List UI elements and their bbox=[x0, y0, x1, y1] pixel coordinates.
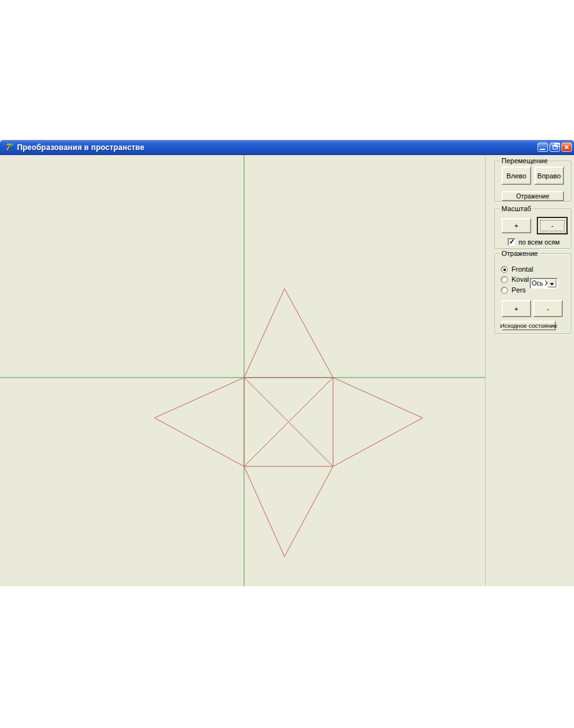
radio-koval-icon[interactable] bbox=[501, 276, 508, 283]
axis-combobox[interactable]: Ось X bbox=[530, 278, 558, 289]
client-area: Перемещение Влево Вправо Отражение Масшт… bbox=[0, 155, 574, 586]
radio-frontal[interactable]: Frontal bbox=[501, 265, 533, 274]
app-icon: 7 bbox=[3, 142, 13, 153]
all-axes-checkbox-row[interactable]: по всем осям bbox=[508, 238, 559, 246]
window-title: Преобразования в пространстве bbox=[17, 143, 144, 152]
radio-koval[interactable]: Koval bbox=[501, 275, 529, 284]
close-icon: ✕ bbox=[562, 143, 571, 151]
all-axes-checkbox-label: по всем осям bbox=[518, 238, 559, 246]
radio-pers-label: Pers bbox=[512, 286, 526, 294]
restore-icon bbox=[553, 145, 558, 149]
minimize-button[interactable] bbox=[537, 142, 548, 152]
move-right-button[interactable]: Вправо bbox=[534, 166, 564, 185]
paintbox bbox=[0, 155, 485, 586]
minimize-icon bbox=[540, 149, 545, 150]
axis-combobox-value: Ось X bbox=[530, 280, 548, 287]
reflect-button[interactable]: Отражение bbox=[501, 191, 564, 201]
group-reflection-label: Отражение bbox=[500, 249, 540, 258]
radio-pers[interactable]: Pers bbox=[501, 286, 526, 294]
app-window: 7 Преобразования в пространстве ✕ Переме… bbox=[0, 140, 574, 586]
combobox-dropdown-button[interactable] bbox=[548, 279, 556, 287]
group-reflection: Отражение Frontal Koval Pers Ось X bbox=[495, 253, 571, 334]
group-movement-label: Перемещение bbox=[500, 156, 549, 165]
reflection-plus-button[interactable]: + bbox=[501, 300, 531, 317]
group-movement: Перемещение Влево Вправо Отражение bbox=[495, 161, 571, 202]
move-left-button[interactable]: Влево bbox=[501, 166, 531, 185]
restore-button[interactable] bbox=[549, 142, 560, 152]
drawing-canvas bbox=[0, 155, 485, 586]
scale-plus-button[interactable]: + bbox=[501, 218, 531, 233]
all-axes-checkbox[interactable] bbox=[508, 238, 515, 246]
reset-state-button[interactable]: Исходное состояние bbox=[501, 321, 556, 330]
group-scale-label: Масштаб bbox=[500, 204, 533, 213]
radio-frontal-icon[interactable] bbox=[501, 266, 508, 273]
reflection-minus-button[interactable]: - bbox=[533, 300, 563, 317]
group-scale: Масштаб + - по всем осям bbox=[495, 209, 571, 249]
scale-minus-button[interactable]: - bbox=[537, 217, 568, 234]
radio-pers-icon[interactable] bbox=[501, 287, 508, 294]
radio-koval-label: Koval bbox=[512, 275, 529, 283]
title-bar[interactable]: 7 Преобразования в пространстве ✕ bbox=[0, 140, 574, 155]
close-button[interactable]: ✕ bbox=[561, 142, 572, 152]
control-panel: Перемещение Влево Вправо Отражение Масшт… bbox=[485, 155, 574, 586]
radio-frontal-label: Frontal bbox=[512, 265, 533, 273]
